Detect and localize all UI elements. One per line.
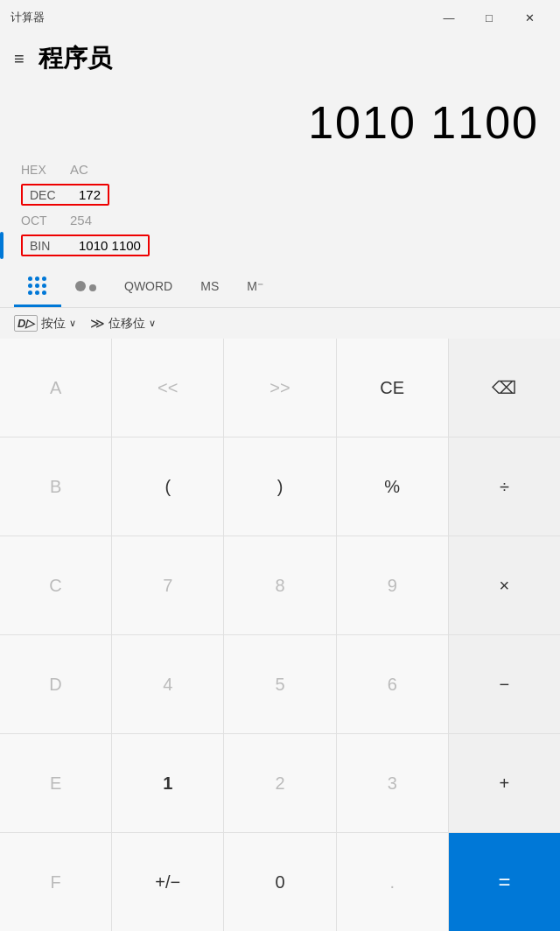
btn-7[interactable]: 7 [112,536,223,634]
btn-close-paren[interactable]: ) [224,438,335,536]
oct-value: 254 [70,213,92,228]
btn-open-paren[interactable]: ( [112,438,223,536]
window-controls: — □ ✕ [429,4,550,32]
bitwise-label: 按位 [41,316,66,332]
btn-negate[interactable]: +/− [112,833,223,931]
header: ≡ 程序员 [0,35,560,82]
dec-label: DEC [30,188,65,202]
btn-lshift[interactable]: << [112,339,223,437]
bin-value: 1010 1100 [79,238,141,253]
titlebar: 计算器 — □ ✕ [0,0,560,35]
hex-label: HEX [21,163,56,177]
btn-rshift[interactable]: >> [224,339,335,437]
toolbar: D▷ 按位 ∨ ≫ 位移位 ∨ [0,308,560,339]
btn-9[interactable]: 9 [337,536,448,634]
display-area: 1010 1100 [0,82,560,156]
btn-decimal[interactable]: . [337,833,448,931]
close-button[interactable]: ✕ [509,4,550,32]
btn-subtract[interactable]: − [449,635,560,733]
tab-keypad[interactable] [14,268,61,307]
dec-box: DEC 172 [21,184,109,206]
hex-value: AC [70,162,88,177]
maximize-button[interactable]: □ [469,4,509,32]
chevron-down-icon: ∨ [69,318,76,329]
btn-2[interactable]: 2 [224,734,335,832]
btn-multiply[interactable]: × [449,536,560,634]
base-conversions: HEX AC DEC 172 OCT 254 BIN 1010 1100 [0,156,560,268]
shift-menu[interactable]: ≫ 位移位 ∨ [90,315,156,332]
hex-row: HEX AC [21,159,539,179]
delete-icon: ⌫ [492,377,516,398]
keypad-icon [28,276,47,296]
btn-D[interactable]: D [0,635,111,733]
chevron-down-icon2: ∨ [149,318,156,329]
btn-add[interactable]: + [449,734,560,832]
bin-label: BIN [30,239,65,253]
btn-equals[interactable]: = [449,833,560,931]
bitpad-icon [75,281,96,291]
bin-box: BIN 1010 1100 [21,234,150,256]
tab-bar: QWORD MS M⁻ [0,268,560,308]
mode-title: 程序员 [38,42,112,75]
btn-divide[interactable]: ÷ [449,438,560,536]
tab-bitpad[interactable] [61,272,110,303]
btn-CE[interactable]: CE [337,339,448,437]
btn-6[interactable]: 6 [337,635,448,733]
btn-4[interactable]: 4 [112,635,223,733]
tab-qword-label: QWORD [124,279,172,293]
btn-8[interactable]: 8 [224,536,335,634]
btn-B[interactable]: B [0,438,111,536]
btn-A[interactable]: A [0,339,111,437]
dec-row[interactable]: DEC 172 [21,181,539,208]
btn-E[interactable]: E [0,734,111,832]
btn-0[interactable]: 0 [224,833,335,931]
btn-C[interactable]: C [0,536,111,634]
tab-qword[interactable]: QWORD [110,270,186,304]
btn-F[interactable]: F [0,833,111,931]
btn-percent[interactable]: % [337,438,448,536]
menu-icon[interactable]: ≡ [14,49,24,69]
tab-m-[interactable]: M⁻ [233,270,277,304]
btn-1[interactable]: 1 [112,734,223,832]
tab-ms-label: MS [200,279,219,293]
bin-row[interactable]: BIN 1010 1100 [21,232,539,259]
btn-3[interactable]: 3 [337,734,448,832]
minimize-button[interactable]: — [429,4,469,32]
oct-label: OCT [21,214,56,228]
btn-delete[interactable]: ⌫ [449,339,560,437]
shift-label: 位移位 [108,316,145,332]
bitwise-icon: D▷ [14,315,38,332]
display-value: 1010 1100 [21,96,539,149]
bitwise-menu[interactable]: D▷ 按位 ∨ [14,315,76,332]
oct-row: OCT 254 [21,210,539,230]
app-title: 计算器 [10,10,45,25]
btn-5[interactable]: 5 [224,635,335,733]
button-grid: A << >> CE ⌫ B ( ) % ÷ C 7 8 9 × D 4 5 6… [0,339,560,931]
dec-value: 172 [79,187,101,202]
tab-m-label: M⁻ [247,279,263,293]
tab-ms[interactable]: MS [186,270,233,304]
shift-icon: ≫ [90,315,105,332]
